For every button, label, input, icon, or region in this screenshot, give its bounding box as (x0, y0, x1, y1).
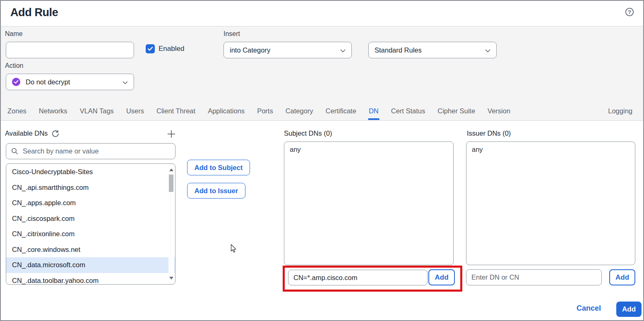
tab[interactable]: Cipher Suite (437, 102, 475, 120)
list-scrollbar[interactable] (168, 165, 174, 283)
available-dns-title: Available DNs (5, 129, 48, 137)
subject-dns-header: Subject DNs (0) (284, 129, 332, 137)
dn-list-item-label: CN_.citrixonline.com (12, 230, 74, 238)
dn-list-item-label: CN_.data.toolbar.yahoo.com (12, 277, 99, 285)
enabled-label: Enabled (159, 45, 184, 53)
tab-label: Certificate (326, 107, 356, 115)
tab[interactable]: Ports (257, 102, 273, 120)
tab-label: Cipher Suite (437, 107, 475, 115)
tab-label: Zones (7, 107, 26, 115)
action-label: Action (5, 62, 23, 69)
dn-list-item[interactable]: CN_.apps.apple.com (6, 195, 175, 211)
scrollbar-thumb[interactable] (169, 175, 173, 192)
subject-dn-input[interactable] (288, 270, 428, 285)
condition-tabs: Zones Networks VLAN Tags Users Client Th… (7, 102, 632, 120)
issuer-dns-count: (0) (502, 129, 511, 137)
dn-list-item[interactable]: CN_.ciscospark.com (6, 211, 175, 227)
svg-text:?: ? (628, 9, 631, 15)
chevron-down-icon (123, 78, 128, 86)
tab-label: Ports (257, 107, 273, 115)
dn-list-item[interactable]: CN_.api.smartthings.com (6, 180, 175, 196)
add-rule-button[interactable]: Add (616, 302, 642, 317)
tab[interactable]: Certificate (326, 102, 356, 120)
insert-select[interactable]: into Category (223, 42, 352, 58)
tab-label: Version (488, 107, 510, 115)
tab-label: Logging (608, 107, 632, 115)
scroll-down-icon[interactable] (169, 277, 173, 280)
add-to-issuer-button[interactable]: Add to Issuer (187, 183, 245, 199)
tab-label: Cert Status (391, 107, 425, 115)
action-select-value: Do not decrypt (26, 78, 70, 86)
rules-select[interactable]: Standard Rules (368, 42, 497, 58)
tab[interactable]: DN (369, 102, 379, 120)
action-select[interactable]: Do not decrypt (6, 74, 134, 90)
subject-dns-title: Subject DNs (284, 129, 322, 137)
scroll-up-icon[interactable] (169, 168, 173, 171)
issuer-dns-title: Issuer DNs (467, 129, 501, 137)
rules-select-value: Standard Rules (375, 46, 422, 54)
tab-label: Applications (208, 107, 245, 115)
dn-list-item-label: CN_.core.windows.net (12, 246, 80, 254)
dn-list-item[interactable]: CN_.data.microsoft.com (6, 257, 175, 273)
tab-label: Category (286, 107, 313, 115)
issuer-dns-value: any (472, 146, 483, 153)
tab[interactable]: Applications (208, 102, 245, 120)
tab[interactable]: VLAN Tags (80, 102, 114, 120)
search-icon (11, 148, 18, 155)
dn-list-item[interactable]: CN_.core.windows.net (6, 242, 175, 258)
subject-dns-value: any (290, 146, 301, 153)
tab-label: Client Threat (156, 107, 195, 115)
mouse-cursor-icon (229, 244, 238, 256)
tab-label: Networks (39, 107, 67, 115)
tab[interactable]: Zones (7, 102, 26, 120)
subject-add-button[interactable]: Add (428, 269, 455, 285)
subject-dns-box[interactable]: any (284, 141, 454, 265)
refresh-icon[interactable] (52, 130, 59, 137)
chevron-down-icon (340, 46, 346, 54)
dn-list-item[interactable]: Cisco-Undecryptable-Sites (6, 164, 175, 180)
do-not-decrypt-icon (12, 78, 20, 86)
name-input[interactable] (6, 42, 134, 58)
subject-dns-count: (0) (324, 129, 332, 137)
dn-list-item-label: CN_.apps.apple.com (12, 199, 76, 207)
issuer-dns-header: Issuer DNs (0) (467, 129, 511, 137)
search-input[interactable] (22, 147, 170, 156)
enabled-checkbox[interactable] (146, 44, 155, 53)
checkmark-icon (147, 46, 153, 51)
issuer-add-button[interactable]: Add (609, 269, 635, 285)
insert-select-value: into Category (230, 46, 270, 54)
tab-label: VLAN Tags (80, 107, 114, 115)
chevron-down-icon (485, 46, 490, 54)
tab[interactable]: Version (488, 102, 510, 120)
add-to-subject-button[interactable]: Add to Subject (187, 160, 250, 175)
dn-list-item-label: CN_.ciscospark.com (12, 215, 74, 223)
tab[interactable]: Users (126, 102, 144, 120)
dn-list-item-label: CN_.data.microsoft.com (12, 261, 85, 269)
name-label: Name (5, 30, 23, 38)
issuer-dns-box[interactable]: any (466, 141, 635, 265)
dialog-header: Add Rule ? (1, 1, 643, 26)
rule-form-band: Name Enabled Insert into Category Standa… (1, 26, 643, 121)
dn-list-item[interactable]: CN_.data.toolbar.yahoo.com (6, 273, 175, 285)
issuer-dn-input[interactable] (466, 269, 602, 285)
tab[interactable]: Cert Status (391, 102, 425, 120)
available-dns-list: Cisco-Undecryptable-Sites CN_.api.smartt… (6, 163, 175, 285)
tab-label: Users (126, 107, 144, 115)
tab[interactable]: Networks (39, 102, 67, 120)
dn-list-item-label: CN_.api.smartthings.com (12, 184, 89, 192)
tab[interactable]: Client Threat (156, 102, 195, 120)
tab-label: DN (369, 107, 379, 115)
dn-search (6, 143, 175, 159)
cancel-button[interactable]: Cancel (577, 304, 601, 313)
add-dn-object-icon[interactable] (166, 129, 176, 139)
dn-list-item[interactable]: CN_.citrixonline.com (6, 226, 175, 242)
add-rule-dialog: Add Rule ? Name Enabled Insert into Cate… (0, 0, 644, 321)
tab[interactable]: Category (286, 102, 313, 120)
dn-list-item-label: Cisco-Undecryptable-Sites (12, 168, 93, 176)
help-icon[interactable]: ? (625, 7, 634, 17)
tab[interactable]: Logging (608, 102, 632, 120)
insert-label: Insert (223, 30, 240, 38)
available-dns-header: Available DNs (5, 129, 59, 137)
page-title: Add Rule (10, 6, 58, 19)
